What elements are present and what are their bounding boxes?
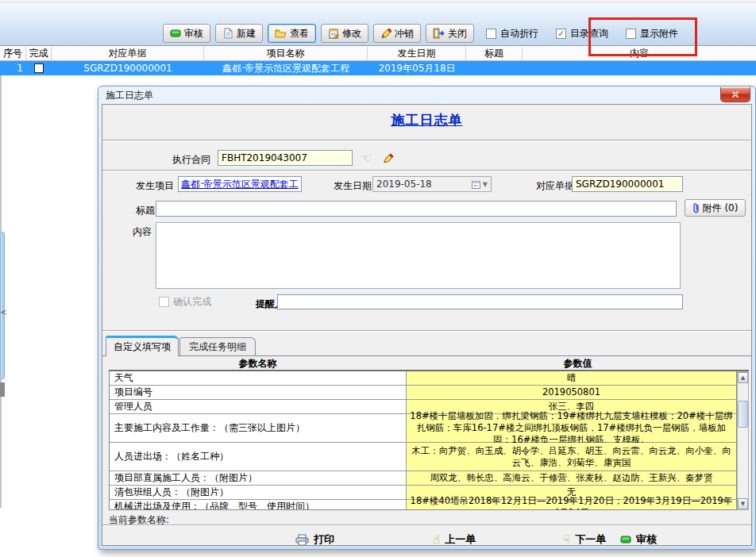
date-picker[interactable]: 2019-05-18 ▼	[372, 176, 492, 192]
param-value[interactable]: 18#楼40塔吊2018年12月1日—2019年1月20日；2019年3月19日…	[407, 500, 736, 510]
autowrap-checkbox[interactable]: 自动折行	[486, 27, 538, 40]
checkbox-icon[interactable]	[626, 29, 636, 39]
param-name: 项目编号	[110, 386, 407, 399]
toolbar-button-group: 审核 新建 查看 修改 冲销 关闭	[163, 24, 474, 43]
contract-label: 执行合同	[172, 153, 210, 167]
collapse-panel-arrow-icon[interactable]: <	[0, 305, 7, 319]
column-header-done[interactable]: 完成	[26, 47, 52, 60]
param-value[interactable]: 18#楼十层墙板加固，绑扎梁钢筋；19#楼绑扎九层支墙柱模板；20#楼十层绑扎钢…	[407, 414, 736, 442]
scroll-up-icon[interactable]: ▲	[738, 372, 748, 383]
param-name: 主要施工内容及工作量：（需三张以上图片）	[110, 414, 407, 442]
footer-button-label: 打印	[314, 532, 334, 546]
doc-label: 对应单据	[536, 179, 574, 193]
footer-button-label: 审核	[636, 532, 657, 546]
content-textarea[interactable]	[156, 222, 681, 289]
close-button[interactable]: 关闭	[426, 24, 474, 43]
confirm-complete-checkbox[interactable]: 确认完成	[159, 295, 211, 309]
edit-pencil-icon[interactable]	[380, 150, 397, 166]
param-row[interactable]: 人员进出场：（姓名工种） 木工：向尹贺、向玉成、胡令学、吕延东、胡玉、向云雷、向…	[110, 443, 736, 471]
audit-record-button[interactable]: 审核	[620, 531, 657, 546]
writeoff-button[interactable]: 冲销	[373, 24, 421, 43]
new-button[interactable]: 新建	[215, 24, 263, 43]
calendar-icon	[472, 180, 480, 189]
param-table-scrollbar[interactable]: ▲ ▼	[737, 371, 749, 510]
show-attachment-checkbox[interactable]: 显示附件	[626, 27, 678, 40]
param-row[interactable]: 项目部直属施工人员：（附图片） 周双龙、韩长忠、高海云、于修营、张麦秋、赵边防、…	[110, 471, 736, 486]
directory-query-checkbox[interactable]: ✓ 目录查询	[556, 27, 608, 40]
column-header-seq[interactable]: 序号	[0, 47, 26, 60]
param-row[interactable]: 项目编号 2019050801	[110, 386, 736, 400]
row-doc-no: SGRZD190000001	[52, 61, 204, 75]
row-date: 2019年05月18日	[368, 61, 466, 75]
row-content	[523, 61, 756, 75]
dialog-close-button[interactable]	[720, 87, 750, 102]
date-label: 发生日期	[334, 179, 372, 193]
title-input[interactable]	[156, 201, 677, 217]
row-checkbox[interactable]	[34, 63, 44, 73]
dialog-titlebar[interactable]: 施工日志单	[98, 86, 755, 104]
checkbox-checked-icon[interactable]: ✓	[556, 29, 566, 39]
checkbox-icon[interactable]	[159, 297, 169, 307]
doc-input[interactable]	[572, 176, 683, 192]
param-value[interactable]: 木工：向尹贺、向玉成、胡令学、吕延东、胡玉、向云雷、向云龙、向小奎、向云飞、康浩…	[407, 443, 736, 471]
modify-button[interactable]: 修改	[321, 24, 368, 43]
param-name: 管理人员	[110, 400, 407, 413]
project-link[interactable]: 鑫都·帝景示范区景观配套工	[181, 178, 299, 191]
divider	[102, 140, 751, 141]
param-row[interactable]: 主要施工内容及工作量：（需三张以上图片） 18#楼十层墙板加固，绑扎梁钢筋；19…	[110, 414, 736, 443]
footer-button-label: 下一单	[575, 532, 606, 546]
edit-notepad-icon	[328, 28, 339, 39]
dialog-body: 施工日志单 执行合同 ☜ 发生项目 鑫都·帝景示范区景观配套工 发生日期 201…	[102, 104, 752, 546]
divider	[102, 330, 751, 332]
column-header-doc[interactable]: 对应单据	[52, 47, 204, 60]
scroll-thumb[interactable]	[738, 401, 748, 428]
column-header-date[interactable]: 发生日期	[368, 47, 466, 60]
attachment-label: 附件 (0)	[703, 202, 739, 215]
print-button[interactable]: 打印	[295, 531, 334, 546]
param-table-header: 参数名称 参数值	[109, 357, 749, 371]
column-header-title[interactable]: 标题	[466, 47, 523, 60]
param-value[interactable]: 2019050801	[407, 386, 736, 399]
paperclip-icon	[692, 202, 700, 213]
project-link-box: 鑫都·帝景示范区景观配套工	[178, 176, 302, 192]
audit-icon	[620, 534, 631, 545]
new-document-icon	[222, 28, 233, 39]
attachment-button[interactable]: 附件 (0)	[685, 199, 746, 217]
audit-button[interactable]: 审核	[163, 24, 210, 43]
param-value[interactable]: 周双龙、韩长忠、高海云、于修营、张麦秋、赵边防、王新兴、秦梦贤	[407, 471, 736, 485]
checkbox-label: 目录查询	[570, 27, 608, 40]
reminder-input[interactable]	[277, 294, 683, 309]
select-hand-icon[interactable]: ☜	[357, 150, 375, 166]
tab-custom-fields[interactable]: 自定义填写项	[106, 336, 179, 356]
date-value: 2019-05-18	[376, 179, 432, 190]
table-row[interactable]: 1 SGRZD190000001 鑫都·帝景示范区景观配套工程 2019年05月…	[0, 61, 756, 75]
toolbar-button-label: 关闭	[448, 27, 467, 40]
param-value[interactable]: 晴	[407, 371, 736, 385]
contract-input[interactable]	[218, 150, 353, 166]
footer-button-label: 上一单	[445, 532, 476, 546]
param-row[interactable]: 机械进出场及使用：（品牌、型号、使用时间） 18#楼40塔吊2018年12月1日…	[110, 500, 736, 510]
dropdown-arrow-icon[interactable]: ▼	[483, 181, 488, 188]
column-header-project[interactable]: 项目名称	[204, 47, 368, 60]
param-name: 清包班组人员：（附图片）	[110, 486, 407, 499]
app-window: 审核 新建 查看 修改 冲销 关闭	[0, 0, 756, 557]
construction-log-dialog: 施工日志单 施工日志单 执行合同 ☜ 发生项目 鑫都·帝景示范区景观配套工 发生…	[98, 86, 756, 550]
row-done-cell	[26, 61, 52, 75]
next-record-button[interactable]: ☟ 下一单	[563, 531, 606, 546]
view-button[interactable]: 查看	[268, 24, 316, 43]
title-label: 标题	[136, 204, 155, 217]
param-row[interactable]: 天气 晴	[110, 371, 736, 386]
list-table-header: 序号 完成 对应单据 项目名称 发生日期 标题 内容	[0, 47, 756, 61]
column-header-content[interactable]: 内容	[523, 47, 756, 60]
print-icon	[295, 534, 309, 546]
tab-task-detail[interactable]: 完成任务明细	[179, 337, 256, 356]
splitter-grip[interactable]	[0, 382, 5, 397]
param-value-header: 参数值	[407, 357, 749, 370]
checkbox-icon[interactable]	[486, 29, 496, 39]
confirm-label: 确认完成	[173, 295, 211, 309]
previous-record-button[interactable]: ☝ 上一单	[433, 531, 476, 546]
scroll-down-icon[interactable]: ▼	[738, 498, 748, 509]
main-toolbar: 审核 新建 查看 修改 冲销 关闭	[0, 3, 756, 46]
divider	[102, 170, 751, 171]
open-folder-icon	[275, 28, 287, 39]
